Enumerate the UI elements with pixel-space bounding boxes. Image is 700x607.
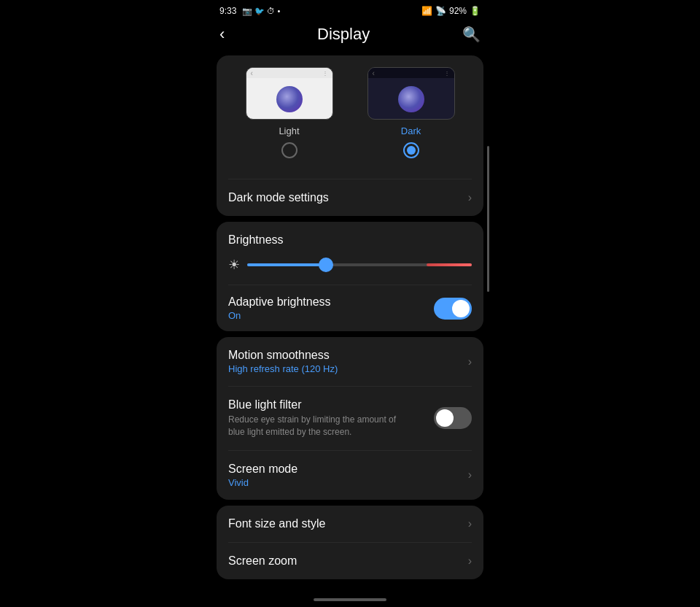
status-icons: 📷 🐦 ⏱ • <box>242 7 280 16</box>
screen-mode-text: Screen mode Vivid <box>228 463 298 488</box>
blue-light-text: Blue light filter Reduce eye strain by l… <box>228 398 434 438</box>
theme-section: ‹ ⋮ Light ‹ <box>217 55 483 216</box>
adaptive-brightness-toggle-thumb <box>452 300 470 317</box>
brightness-section: Brightness ☀ Adaptive brightness On <box>217 222 483 331</box>
dark-mode-settings-row[interactable]: Dark mode settings › <box>217 179 483 216</box>
screen-zoom-row[interactable]: Screen zoom › <box>217 543 483 579</box>
font-size-label: Font size and style <box>228 517 325 530</box>
adaptive-brightness-text: Adaptive brightness On <box>228 295 331 321</box>
motion-smoothness-row[interactable]: Motion smoothness High refresh rate (120… <box>217 337 483 386</box>
status-bar: 9:33 📷 🐦 ⏱ • 📶 📡 92% 🔋 <box>208 0 492 19</box>
blue-light-toggle-thumb <box>436 409 454 427</box>
search-button[interactable]: 🔍 <box>462 26 481 43</box>
typography-section: Font size and style › Screen zoom › <box>217 506 483 579</box>
theme-option-light[interactable]: ‹ ⋮ Light <box>246 67 333 158</box>
status-time: 9:33 <box>219 6 236 16</box>
wifi-icon: 📶 <box>421 6 432 16</box>
preview-dots-dark: ⋮ <box>444 70 450 77</box>
theme-options-container: ‹ ⋮ Light ‹ <box>217 55 483 179</box>
brightness-slider-row: ☀ <box>228 257 472 273</box>
blue-light-sub: Reduce eye strain by limiting the amount… <box>228 414 403 438</box>
blue-light-label: Blue light filter <box>228 398 434 411</box>
light-theme-label: Light <box>279 125 299 136</box>
status-right: 📶 📡 92% 🔋 <box>421 6 481 16</box>
dark-mode-settings-chevron: › <box>468 191 472 204</box>
blue-light-toggle[interactable] <box>434 407 472 429</box>
preview-body-dark <box>368 78 454 120</box>
light-theme-preview: ‹ ⋮ <box>246 67 333 120</box>
brightness-slider-fill <box>247 263 326 266</box>
dark-radio[interactable] <box>403 142 419 158</box>
screen-mode-row[interactable]: Screen mode Vivid › <box>217 451 483 500</box>
preview-circle-light <box>276 86 303 112</box>
adaptive-brightness-label: Adaptive brightness <box>228 295 331 309</box>
dark-theme-preview: ‹ ⋮ <box>368 67 455 120</box>
theme-option-dark[interactable]: ‹ ⋮ Dark <box>368 67 455 158</box>
theme-options: ‹ ⋮ Light ‹ <box>228 67 472 158</box>
motion-smoothness-chevron: › <box>468 355 472 368</box>
page-title: Display <box>317 25 370 44</box>
phone-container: 9:33 📷 🐦 ⏱ • 📶 📡 92% 🔋 ‹ Display 🔍 ‹ <box>208 0 492 607</box>
font-size-chevron: › <box>468 517 472 530</box>
motion-smoothness-text: Motion smoothness High refresh rate (120… <box>228 349 338 374</box>
screen-zoom-label: Screen zoom <box>228 554 297 568</box>
font-size-row[interactable]: Font size and style › <box>217 506 483 542</box>
battery-percent: 92% <box>449 6 467 16</box>
screen-mode-label: Screen mode <box>228 463 298 476</box>
screen-mode-sub: Vivid <box>228 477 298 488</box>
top-bar: ‹ Display 🔍 <box>208 19 492 53</box>
battery-icon: 🔋 <box>470 6 481 16</box>
dark-theme-label: Dark <box>401 125 421 136</box>
brightness-title: Brightness <box>228 233 472 247</box>
preview-back-dark: ‹ <box>373 69 375 77</box>
motion-smoothness-label: Motion smoothness <box>228 349 338 362</box>
display-options-section: Motion smoothness High refresh rate (120… <box>217 337 483 500</box>
scrollbar[interactable] <box>487 146 489 292</box>
signal-icon: 📡 <box>435 6 446 16</box>
preview-dots-light: ⋮ <box>322 70 328 77</box>
screen-zoom-chevron: › <box>468 554 472 568</box>
dark-mode-settings-label: Dark mode settings <box>228 191 329 204</box>
blue-light-row[interactable]: Blue light filter Reduce eye strain by l… <box>217 387 483 450</box>
adaptive-brightness-row[interactable]: Adaptive brightness On <box>217 285 483 331</box>
brightness-slider-track[interactable] <box>247 263 472 266</box>
adaptive-brightness-sub: On <box>228 310 331 321</box>
screen-mode-chevron: › <box>468 468 472 482</box>
status-left: 9:33 📷 🐦 ⏱ • <box>219 6 280 16</box>
preview-header-dark: ‹ ⋮ <box>368 68 454 78</box>
adaptive-brightness-toggle[interactable] <box>434 298 472 320</box>
brightness-slider-thumb[interactable] <box>319 258 333 272</box>
sun-icon: ☀ <box>228 257 240 273</box>
brightness-container: Brightness ☀ <box>217 222 483 285</box>
bottom-nav-line <box>314 598 386 601</box>
preview-header-light: ‹ ⋮ <box>246 68 332 78</box>
back-button[interactable]: ‹ <box>219 25 225 44</box>
light-radio[interactable] <box>281 142 298 158</box>
dark-radio-inner <box>407 146 416 155</box>
bottom-bar <box>208 594 492 607</box>
brightness-slider-end <box>427 263 472 266</box>
preview-body-light <box>246 78 332 120</box>
motion-smoothness-sub: High refresh rate (120 Hz) <box>228 363 338 374</box>
preview-circle-dark <box>398 86 424 112</box>
preview-back-light: ‹ <box>251 69 253 77</box>
